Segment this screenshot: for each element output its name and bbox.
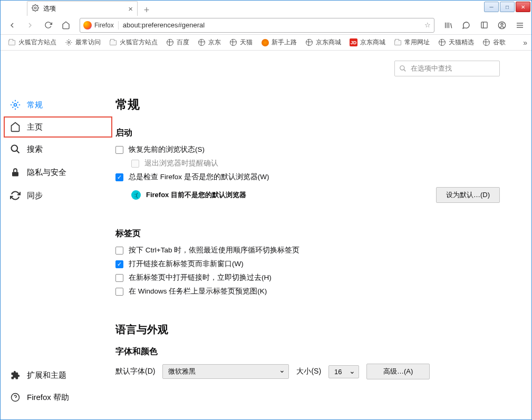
sync-icon	[10, 190, 21, 201]
search-icon	[10, 144, 21, 154]
gear-icon	[10, 100, 21, 110]
home-button[interactable]	[59, 18, 73, 33]
bookmark-item[interactable]: 常用网址	[391, 37, 433, 48]
font-select[interactable]: 微软雅黑	[162, 364, 289, 379]
sidebar-icon[interactable]	[477, 18, 491, 33]
help-icon	[10, 392, 21, 403]
lock-icon	[10, 167, 21, 178]
checkbox-taskbar-preview[interactable]: 在 Windows 任务栏上显示标签页预览图(K)	[115, 287, 500, 296]
account-icon[interactable]	[495, 18, 509, 33]
font-settings-row: 默认字体(D) 微软雅黑 大小(S) 16 高级…(A)	[115, 364, 500, 379]
nav-toolbar: Firefox ☆	[1, 16, 531, 35]
checkbox-ctrl-tab[interactable]: 按下 Ctrl+Tab 时，依照最近使用顺序循环切换标签页	[115, 246, 500, 255]
svg-line-4	[451, 23, 452, 28]
bookmark-item[interactable]: 新手上路	[258, 37, 300, 48]
sidebar-item-extensions[interactable]: 扩展和主题	[1, 365, 115, 386]
star-icon[interactable]: ☆	[424, 21, 431, 29]
sidebar-item-help[interactable]: Firefox 帮助	[1, 387, 115, 408]
maximize-button[interactable]: □	[500, 2, 515, 12]
sidebar-item-home[interactable]: 主页	[4, 116, 112, 138]
set-default-button[interactable]: 设为默认…(D)	[436, 187, 500, 203]
library-icon[interactable]	[441, 18, 456, 33]
checkbox-open-new-tab[interactable]: 打开链接在新标签页而非新窗口(W)	[115, 259, 500, 269]
minimize-button[interactable]: ─	[484, 2, 499, 12]
sad-face-icon: :(	[131, 190, 141, 200]
bookmark-item[interactable]: 火狐官方站点	[106, 37, 161, 48]
advanced-fonts-button[interactable]: 高级…(A)	[366, 364, 430, 379]
search-icon	[399, 65, 407, 72]
chat-icon[interactable]	[459, 18, 473, 33]
page-title: 常规	[115, 96, 500, 113]
checkbox-warn-quit: 退出浏览器时提醒确认	[131, 159, 500, 168]
bookmark-item[interactable]: 天猫	[226, 37, 256, 48]
svg-point-0	[34, 7, 36, 9]
section-language: 语言与外观	[115, 323, 500, 337]
checkbox-switch-immediately[interactable]: 在新标签页中打开链接时，立即切换过去(H)	[115, 273, 500, 282]
home-icon	[10, 122, 21, 132]
font-size-label: 大小(S)	[296, 367, 321, 376]
sidebar-item-privacy[interactable]: 隐私与安全	[1, 162, 115, 183]
gear-icon	[65, 38, 73, 46]
identity-box[interactable]: Firefox	[83, 21, 119, 30]
sidebar-item-general[interactable]: 常规	[1, 94, 115, 115]
svg-point-8	[501, 23, 503, 25]
font-size-select[interactable]: 16	[328, 365, 359, 378]
window-controls: ─ □ ✕	[484, 2, 530, 12]
firefox-icon	[83, 21, 92, 30]
sidebar: 常规 主页 搜索 隐私与安全 同步 扩展和主题 Firefox 帮助	[1, 51, 115, 419]
bookmark-item[interactable]: 火狐官方站点	[5, 37, 60, 48]
sidebar-item-search[interactable]: 搜索	[1, 139, 115, 160]
main-panel: 在选项中查找 常规 启动 恢复先前的浏览状态(S) 退出浏览器时提醒确认 总是检…	[115, 51, 531, 419]
svg-point-12	[68, 42, 70, 43]
svg-rect-16	[12, 172, 18, 176]
bookmarks-overflow-icon[interactable]: »	[523, 38, 527, 47]
svg-line-20	[404, 70, 406, 72]
preferences-content: 常规 主页 搜索 隐私与安全 同步 扩展和主题 Firefox 帮助	[1, 51, 531, 419]
back-button[interactable]	[5, 18, 20, 33]
bookmark-item[interactable]: 最常访问	[62, 37, 104, 48]
default-font-label: 默认字体(D)	[115, 367, 155, 376]
svg-point-14	[12, 145, 18, 152]
bookmark-item[interactable]: JD京东商城	[346, 37, 389, 48]
bookmark-item[interactable]: 谷歌	[479, 37, 509, 48]
section-fonts: 字体和颜色	[115, 346, 500, 357]
browser-tab[interactable]: 选项 ×	[27, 1, 138, 16]
bookmark-item[interactable]: 天猫精选	[435, 37, 477, 48]
titlebar: 选项 × + ─ □ ✕	[1, 1, 531, 16]
preferences-search[interactable]: 在选项中查找	[394, 61, 500, 76]
svg-rect-5	[481, 22, 487, 28]
default-browser-status: :( Firefox 目前不是您的默认浏览器 设为默认…(D)	[131, 187, 500, 203]
puzzle-icon	[10, 370, 21, 380]
sidebar-item-sync[interactable]: 同步	[1, 185, 115, 206]
svg-line-15	[17, 151, 20, 153]
bookmark-item[interactable]: 京东	[195, 37, 224, 48]
forward-button[interactable]	[23, 18, 37, 33]
close-icon[interactable]: ×	[128, 4, 133, 13]
checkbox-restore-session[interactable]: 恢复先前的浏览状态(S)	[115, 145, 500, 154]
bookmark-item[interactable]: 京东商城	[302, 37, 344, 48]
close-window-button[interactable]: ✕	[516, 2, 530, 12]
bookmark-item[interactable]: 百度	[163, 37, 192, 48]
checkbox-check-default[interactable]: 总是检查 Firefox 是否是您的默认浏览器(W)	[115, 172, 500, 182]
section-startup: 启动	[115, 128, 500, 139]
gear-icon	[32, 4, 39, 13]
bookmarks-bar: 火狐官方站点 最常访问 火狐官方站点 百度 京东 天猫 新手上路 京东商城 JD…	[1, 35, 531, 51]
svg-point-13	[14, 104, 17, 106]
new-tab-button[interactable]: +	[141, 4, 152, 16]
url-input[interactable]	[123, 21, 424, 29]
menu-icon[interactable]	[512, 18, 527, 33]
reload-button[interactable]	[41, 18, 55, 33]
url-bar[interactable]: Firefox ☆	[80, 18, 434, 33]
tab-title: 选项	[43, 4, 56, 13]
svg-point-19	[400, 66, 404, 70]
section-tabs: 标签页	[115, 228, 500, 239]
